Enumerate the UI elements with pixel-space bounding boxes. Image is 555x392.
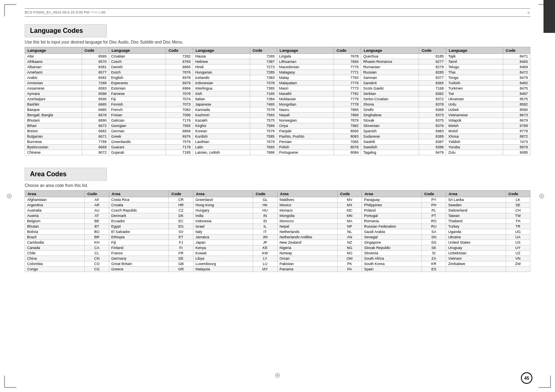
lang-col-4: Code bbox=[166, 47, 193, 54]
table-cell: SI bbox=[421, 251, 446, 256]
table-cell: Nauru bbox=[277, 107, 334, 113]
table-cell: 9085 bbox=[503, 150, 530, 155]
table-cell: 7865 bbox=[334, 107, 361, 113]
table-cell: Esperanto bbox=[109, 81, 166, 86]
language-table: Language Code Language Code Language Cod… bbox=[25, 47, 530, 155]
table-row: BoliviaBOEl SalvadorSVItalyITNetherlands… bbox=[25, 229, 530, 235]
table-cell: 6789 bbox=[503, 123, 530, 129]
table-cell: 8372 bbox=[419, 97, 446, 102]
table-cell: KE bbox=[253, 245, 277, 251]
table-cell: 8590 bbox=[503, 107, 530, 113]
table-row: Aymara6588Faroese7079Irish7165Marathi778… bbox=[25, 91, 530, 97]
table-cell: Sindhi bbox=[361, 107, 419, 113]
table-row: ChinaCNGermanyDELibyaLYOmanOMSouth Afric… bbox=[25, 256, 530, 261]
table-cell: Cambodia bbox=[25, 240, 85, 245]
table-cell: Slovenia bbox=[362, 251, 421, 256]
table-cell: Galician bbox=[109, 118, 166, 123]
table-cell: CR bbox=[169, 197, 193, 203]
table-row: CongoCGGreeceGRMalaysiaMYPanamaPASpainES bbox=[25, 267, 530, 272]
table-cell: Bhutani bbox=[25, 118, 82, 123]
table-cell: Luxembourg bbox=[193, 261, 253, 267]
table-cell: HK bbox=[253, 203, 277, 208]
table-cell: 6672 bbox=[82, 123, 109, 129]
area-col-3: Area bbox=[109, 191, 168, 197]
table-cell: Zimbabwe bbox=[446, 261, 506, 267]
table-cell: AU bbox=[85, 208, 109, 213]
table-row: Armenian7289Esperanto6979Indonesian7378M… bbox=[25, 81, 530, 86]
table-cell: 8582 bbox=[503, 102, 530, 107]
table-cell: MX bbox=[337, 203, 362, 208]
table-cell: CL bbox=[85, 251, 109, 256]
table-cell: 7065 bbox=[334, 139, 361, 145]
table-cell: 6583 bbox=[82, 86, 109, 91]
table-cell: Australia bbox=[25, 208, 85, 213]
table-cell: 6590 bbox=[82, 97, 109, 102]
table-cell: JP bbox=[253, 240, 277, 245]
table-cell: FR bbox=[169, 251, 193, 256]
table-cell: 8381 bbox=[82, 65, 109, 70]
table-cell: Oriya bbox=[277, 123, 334, 129]
table-cell: French bbox=[109, 107, 166, 113]
area-col-7: Area bbox=[277, 191, 337, 197]
table-cell: 7782 bbox=[334, 91, 361, 97]
table-cell: 7575 bbox=[250, 118, 277, 123]
table-cell: IN bbox=[253, 213, 277, 219]
table-cell: UG bbox=[506, 229, 530, 235]
table-cell: 9072 bbox=[82, 150, 109, 155]
table-cell: Dutch bbox=[109, 70, 166, 75]
table-cell: Kazakh bbox=[193, 118, 250, 123]
table-cell: BE bbox=[85, 219, 109, 224]
table-cell: Hungary bbox=[193, 208, 253, 213]
table-cell: GB bbox=[169, 261, 193, 267]
table-cell: Slovak Republic bbox=[362, 245, 421, 251]
area-col-10: Code bbox=[421, 191, 446, 197]
table-cell: HU bbox=[253, 208, 277, 213]
table-cell: 7775 bbox=[334, 65, 361, 70]
table-cell: 8375 bbox=[419, 118, 446, 123]
table-cell: New Zealand bbox=[277, 240, 337, 245]
table-cell: CG bbox=[85, 267, 109, 272]
area-col-8: Code bbox=[337, 191, 362, 197]
table-cell: Malaysia bbox=[193, 267, 253, 272]
table-cell: UY bbox=[506, 245, 530, 251]
table-cell: El Salvador bbox=[109, 229, 168, 235]
area-table: Area Code Area Code Area Code Area Code … bbox=[25, 190, 530, 272]
table-row: ColombiaCOGreat BritainGBLuxembourgLUPak… bbox=[25, 261, 530, 267]
table-cell: Czech Republic bbox=[109, 208, 168, 213]
table-cell: Tagalog bbox=[361, 150, 419, 155]
table-cell: ID bbox=[253, 219, 277, 224]
table-cell: US bbox=[506, 240, 530, 245]
table-cell: Italian bbox=[193, 97, 250, 102]
table-cell: 8472 bbox=[503, 70, 530, 75]
table-cell: Nigeria bbox=[277, 245, 337, 251]
table-cell: 7678 bbox=[334, 54, 361, 59]
table-cell: 8185 bbox=[419, 54, 446, 59]
table-cell: 6678 bbox=[82, 113, 109, 118]
table-cell: AN bbox=[337, 235, 362, 240]
table-cell: Croatia bbox=[109, 203, 168, 208]
table-cell: Mongolia bbox=[277, 213, 337, 219]
table-cell: Ukrainian bbox=[446, 97, 503, 102]
table-cell: Norway bbox=[277, 251, 337, 256]
table-cell: Afrikaans bbox=[25, 59, 82, 65]
table-cell: JM bbox=[253, 235, 277, 240]
table-cell: Telugu bbox=[446, 65, 503, 70]
table-cell: Welsh bbox=[446, 123, 503, 129]
table-cell: Swahili bbox=[361, 139, 419, 145]
table-cell: 8279 bbox=[419, 65, 446, 70]
table-cell: 7665 bbox=[250, 145, 277, 150]
table-cell: 8083 bbox=[334, 134, 361, 139]
table-cell: Pashto, Pushto bbox=[277, 134, 334, 139]
table-row: BrazilBREthiopiaETJamaicaJMNetherlands A… bbox=[25, 235, 530, 240]
table-cell: English bbox=[109, 75, 166, 81]
table-cell: Afghanistan bbox=[25, 197, 85, 203]
table-cell: SG bbox=[421, 240, 446, 245]
table-cell: Arabic bbox=[25, 75, 82, 81]
table-cell: Japanese bbox=[193, 102, 250, 107]
table-cell: 7779 bbox=[334, 97, 361, 102]
table-cell: MN bbox=[337, 213, 362, 219]
table-cell: GR bbox=[169, 267, 193, 272]
table-cell: Byelorussian bbox=[25, 145, 82, 150]
table-cell: 8378 bbox=[419, 102, 446, 107]
table-cell: 7576 bbox=[166, 139, 193, 145]
